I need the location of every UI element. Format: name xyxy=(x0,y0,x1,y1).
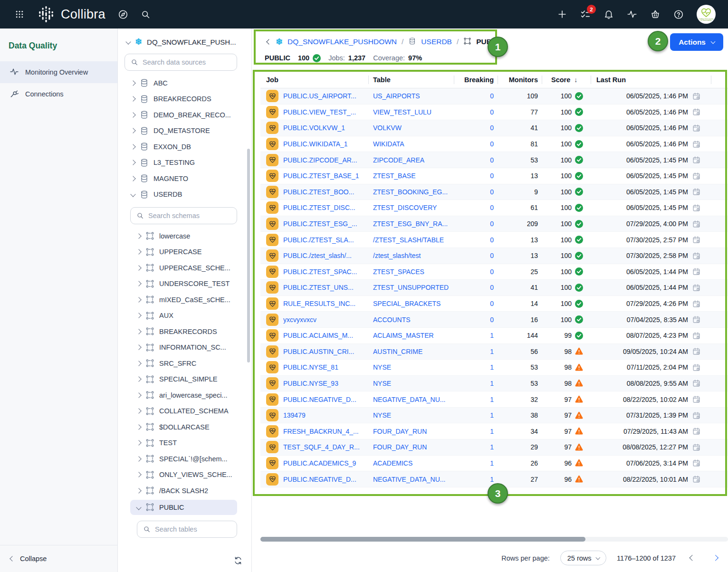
collapse-sidebar-button[interactable]: Collapse xyxy=(0,545,117,572)
tree-schema-item[interactable]: UNDERSCORE_TEST xyxy=(118,276,251,292)
tree-schema-item[interactable]: /BACK SLASH2 xyxy=(118,483,251,499)
back-chevron-icon[interactable] xyxy=(266,39,271,44)
tree-database-item[interactable]: MAGNETO xyxy=(118,171,251,187)
collibra-logo[interactable]: Collibra xyxy=(37,5,105,23)
breaking-count-link[interactable]: 0 xyxy=(490,188,494,196)
table-link[interactable]: VIEW_TEST_LULU xyxy=(373,108,431,116)
table-link[interactable]: NEGATIVE_DATA_NU... xyxy=(373,476,445,483)
next-page-button[interactable] xyxy=(709,552,721,564)
refresh-icon[interactable] xyxy=(233,556,243,565)
job-link[interactable]: TEST_SQLF_4_DAY_R... xyxy=(283,443,360,451)
table-link[interactable]: FOUR_DAY_RUN xyxy=(373,443,427,451)
global-search-icon[interactable] xyxy=(141,9,151,19)
job-link[interactable]: PUBLIC.US_AIRPORT... xyxy=(283,92,356,100)
table-link[interactable]: NYSE xyxy=(373,363,391,371)
table-link[interactable]: ZTEST_BOOKING_EG... xyxy=(373,188,448,196)
tree-schema-item[interactable]: SPECIAL`!@[schem... xyxy=(118,451,251,467)
job-link[interactable]: PUBLIC./ZTEST_SLA... xyxy=(283,236,354,244)
job-link[interactable]: RULE_RESULTS_INC... xyxy=(283,300,355,307)
search-data-sources[interactable] xyxy=(125,54,237,71)
job-link[interactable]: PUBLIC.WIKIDATA_1 xyxy=(283,140,348,148)
job-link[interactable]: PUBLIC.ZTEST_ESG_... xyxy=(283,220,357,228)
app-grid-icon[interactable] xyxy=(14,9,25,19)
breaking-count-link[interactable]: 0 xyxy=(490,300,494,307)
breaking-count-link[interactable]: 0 xyxy=(490,124,494,132)
table-link[interactable]: AUSTIN_CRIME xyxy=(373,348,422,355)
job-link[interactable]: yxcvyxvxcv xyxy=(283,316,316,324)
search-schemas-input[interactable] xyxy=(148,212,231,219)
table-link[interactable]: /ZTEST_SLASH/TABLE xyxy=(373,236,444,244)
breaking-count-link[interactable]: 1 xyxy=(490,332,494,339)
breaking-count-link[interactable]: 0 xyxy=(490,156,494,164)
search-schemas[interactable] xyxy=(130,207,237,224)
table-link[interactable]: NYSE xyxy=(373,380,391,387)
table-link[interactable]: ZTEST_UNSUPPORTED xyxy=(373,284,449,291)
tree-schema-item[interactable]: TEST xyxy=(118,435,251,451)
tree-schema-item[interactable]: PUBLIC xyxy=(130,500,237,515)
job-link[interactable]: PUBLIC.ACADEMICS_9 xyxy=(283,459,356,467)
breaking-count-link[interactable]: 0 xyxy=(490,268,494,276)
tree-schema-item[interactable]: ari_lowercase_speci... xyxy=(118,387,251,403)
tree-schema-item[interactable]: BREAKRECORDS xyxy=(118,324,251,340)
tree-schema-item[interactable]: SRC_SFRC xyxy=(118,355,251,372)
tree-schema-item[interactable]: UPPERCASE_SCHE... xyxy=(118,260,251,276)
horizontal-scrollbar[interactable] xyxy=(260,537,728,542)
rows-per-page-select[interactable]: 25 rows xyxy=(560,551,606,565)
breaking-count-link[interactable]: 0 xyxy=(490,220,494,228)
tree-database-item[interactable]: DQ_METASTORE xyxy=(118,123,251,139)
breaking-count-link[interactable]: 1 xyxy=(490,363,494,371)
column-header-table[interactable]: Table xyxy=(368,71,454,88)
help-icon[interactable] xyxy=(673,9,684,19)
job-link[interactable]: FRESH_BACKRUN_4_... xyxy=(283,428,359,435)
job-link[interactable]: PUBLIC.ZIPCODE_AR... xyxy=(283,156,357,164)
tree-schema-item[interactable]: COLLATED_SCHEMA xyxy=(118,403,251,419)
sidebar-item-connections[interactable]: Connections xyxy=(0,83,117,105)
breaking-count-link[interactable]: 1 xyxy=(490,428,494,435)
tree-vertical-scrollbar[interactable] xyxy=(247,149,250,362)
table-link[interactable]: ACCOUNTS xyxy=(373,316,411,324)
breadcrumb-database-link[interactable]: USERDB xyxy=(421,38,452,46)
table-link[interactable]: ZTEST_SPACES xyxy=(373,268,424,276)
job-link[interactable]: PUBLIC.NYSE_93 xyxy=(283,380,338,387)
tree-database-item[interactable]: EXXON_DB xyxy=(118,139,251,155)
tree-schema-item[interactable]: UPPERCASE xyxy=(118,244,251,260)
tree-database-item[interactable]: ABC xyxy=(118,75,251,91)
user-avatar[interactable]: Collibra Data Quality & Observability xyxy=(697,5,716,24)
job-link[interactable]: PUBLIC.VIEW_TEST_... xyxy=(283,108,356,116)
add-icon[interactable] xyxy=(557,9,567,19)
breaking-count-link[interactable]: 0 xyxy=(490,316,494,324)
search-data-sources-input[interactable] xyxy=(143,58,231,66)
horizontal-scrollbar-thumb[interactable] xyxy=(260,537,585,542)
table-link[interactable]: /ztest_slash/test xyxy=(373,252,421,259)
job-link[interactable]: PUBLIC.ZTEST_BASE_1 xyxy=(283,172,359,180)
search-tables[interactable] xyxy=(137,521,237,538)
column-header-score[interactable]: Score xyxy=(542,71,591,88)
table-link[interactable]: ZTEST_DISCOVERY xyxy=(373,204,437,211)
breaking-count-link[interactable]: 0 xyxy=(490,140,494,148)
table-link[interactable]: NEGATIVE_DATA_NU... xyxy=(373,396,445,403)
table-link[interactable]: US_AIRPORTS xyxy=(373,92,420,100)
job-link[interactable]: PUBLIC.NEGATIVE_D... xyxy=(283,476,356,483)
job-link[interactable]: PUBLIC.ZTEST_BOO... xyxy=(283,188,354,196)
job-link[interactable]: PUBLIC.VOLKVW_1 xyxy=(283,124,345,132)
breaking-count-link[interactable]: 0 xyxy=(490,172,494,180)
tree-schema-item[interactable]: AUX xyxy=(118,308,251,324)
previous-page-button[interactable] xyxy=(686,552,699,564)
tree-schema-item[interactable]: SPECIAL_SIMPLE xyxy=(118,372,251,388)
breaking-count-link[interactable]: 1 xyxy=(490,476,494,483)
breaking-count-link[interactable]: 0 xyxy=(490,92,494,100)
breadcrumb-datasource-link[interactable]: DQ_SNOWFLAKE_PUSHDOWN xyxy=(287,38,397,46)
tree-database-item[interactable]: USERDB xyxy=(118,187,251,203)
table-link[interactable]: NYSE xyxy=(373,411,391,419)
job-link[interactable]: PUBLIC.AUSTIN_CRI... xyxy=(283,348,354,355)
compass-icon[interactable] xyxy=(118,9,128,19)
notifications-bell-icon[interactable] xyxy=(603,9,614,19)
job-link[interactable]: PUBLIC.NEGATIVE_D... xyxy=(283,396,356,403)
marketplace-basket-icon[interactable] xyxy=(650,9,661,19)
breaking-count-link[interactable]: 1 xyxy=(490,396,494,403)
table-link[interactable]: VOLKVW xyxy=(373,124,402,132)
tree-root-datasource[interactable]: DQ_SNOWFLAKE_PUSH... xyxy=(118,34,251,49)
breaking-count-link[interactable]: 1 xyxy=(490,348,494,355)
job-link[interactable]: 139479 xyxy=(283,411,306,419)
column-header-last-run[interactable]: Last Run xyxy=(591,71,711,88)
